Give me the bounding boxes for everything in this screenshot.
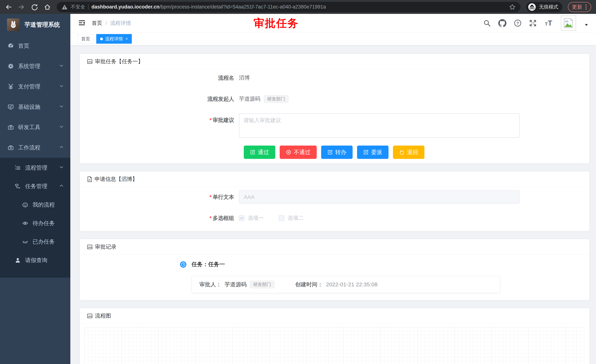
sidebar-item-label: 首页 (18, 42, 29, 50)
reload-icon[interactable] (31, 3, 38, 11)
forward-icon[interactable] (18, 3, 25, 11)
breadcrumb-home[interactable]: 首页 (92, 20, 102, 27)
avatar[interactable] (561, 15, 576, 31)
font-size-icon[interactable]: TT (544, 19, 553, 27)
checkbox-label: 选项一 (248, 214, 264, 222)
refresh-left-icon (399, 150, 404, 155)
search-icon[interactable] (483, 19, 491, 27)
chevron-down-icon (59, 165, 64, 171)
sidebar-item-label: 研发工具 (18, 124, 40, 131)
tab-process-detail[interactable]: 流程详情 × (96, 34, 132, 44)
workflow-submenu: 流程管理 任务管理 我的流程 待办任务 已办任务 请假 (0, 158, 70, 278)
topbar: 首页 / 流程详情 审批任务 ? TT (70, 14, 596, 32)
sidebar-item-label: 流程管理 (25, 164, 47, 172)
picture-icon (87, 244, 93, 250)
svg-text:?: ? (516, 21, 519, 26)
sidebar-item-home[interactable]: 首页 (0, 36, 70, 56)
clock-icon (180, 261, 187, 268)
checkbox-label: 选项二 (288, 214, 304, 222)
application-info-card: 申请信息【滔博】 *单行文本 *多选框组 选项一 (80, 171, 589, 231)
created-time: 2022-01-21 22:35:08 (326, 281, 378, 288)
approval-actions: 通过 不通过 转办 委派 (244, 146, 582, 159)
incognito-label: 无痕模式 (539, 4, 558, 10)
sidebar-item-label: 请假查询 (25, 256, 47, 264)
address-bar[interactable]: 不安全 dashboard.yudao.iocoder.cn/bpm/proce… (57, 2, 521, 12)
tags-view-bar: 首页 流程详情 × (70, 32, 596, 45)
logo-image (7, 19, 20, 31)
checkbox-group: 选项一 选项二 (239, 214, 304, 222)
return-button[interactable]: 退回 (393, 146, 425, 159)
breadcrumb-current: 流程详情 (110, 20, 131, 27)
sidebar-item-system[interactable]: 系统管理 (0, 56, 70, 76)
dept-tag: 研发部门 (250, 281, 275, 288)
card-header: 申请信息【滔博】 (80, 171, 589, 187)
home-icon[interactable] (44, 3, 51, 11)
approve-button[interactable]: 通过 (244, 146, 275, 159)
delegate-button[interactable]: 委派 (357, 146, 388, 159)
dashboard-icon (7, 43, 14, 49)
card-title: 审批记录 (95, 243, 116, 251)
sidebar-item-devtools[interactable]: 研发工具 (0, 117, 70, 138)
sidebar-item-my-process[interactable]: 我的流程 (0, 196, 70, 214)
sidebar-item-payment[interactable]: 支付管理 (0, 76, 70, 97)
menu-dots-icon[interactable] (585, 4, 587, 10)
sidebar-item-infra[interactable]: 基础设施 (0, 97, 70, 117)
breadcrumb: 首页 / 流程详情 (92, 20, 131, 27)
update-button[interactable]: 更新 (568, 2, 591, 12)
page-content: 审批任务【任务一】 流程名 滔博 流程发起人 芋道源码 研发部门 (70, 45, 596, 364)
check-icon (240, 216, 244, 220)
bpmn-canvas[interactable] (84, 327, 585, 364)
transfer-button[interactable]: 转办 (321, 146, 353, 159)
approval-record-card: 审批记录 任务：任务一 审批人： 芋道源码 研发部门 创建时间： 2022-01… (80, 239, 589, 300)
sidebar-item-process-mgmt[interactable]: 流程管理 (0, 159, 70, 177)
toolbox-icon (7, 124, 14, 130)
fullscreen-icon[interactable] (529, 19, 537, 27)
approver-value: 芋道源码 (224, 281, 247, 288)
sidebar-item-label: 已办任务 (33, 238, 55, 246)
required-asterisk: * (209, 215, 212, 221)
tab-home[interactable]: 首页 (77, 34, 94, 44)
github-icon[interactable] (498, 19, 507, 27)
sidebar-item-workflow[interactable]: 工作流程 (0, 138, 70, 158)
chevron-up-icon (59, 183, 64, 189)
back-icon[interactable] (5, 3, 12, 11)
chevron-up-icon (59, 145, 64, 151)
sidebar: 芋道管理系统 首页 系统管理 支付管理 基础设施 研发工具 (0, 14, 70, 364)
incognito-badge: 无痕模式 (526, 2, 562, 12)
eye-open-icon (22, 220, 29, 226)
sidebar-item-label: 系统管理 (18, 63, 40, 70)
close-icon[interactable]: × (126, 36, 128, 41)
update-label: 更新 (572, 4, 582, 11)
approval-comment-input[interactable] (239, 113, 520, 138)
chevron-down-icon (59, 63, 64, 70)
edit-icon (363, 150, 369, 155)
sidebar-item-label: 基础设施 (18, 103, 40, 111)
bookmark-star-icon[interactable] (509, 4, 516, 10)
app-logo[interactable]: 芋道管理系统 (0, 14, 70, 36)
document-icon (87, 176, 92, 182)
picture-icon (87, 313, 93, 319)
created-label: 创建时间： (295, 281, 323, 288)
sidebar-item-leave-query[interactable]: 请假查询 (0, 251, 70, 269)
caret-down-icon[interactable] (585, 24, 588, 27)
initiator-value: 芋道源码 (239, 95, 261, 103)
field-label: 流程发起人 (80, 92, 239, 106)
broken-image-icon (563, 18, 574, 29)
checkbox-option2[interactable] (279, 215, 284, 221)
sidebar-item-label: 工作流程 (18, 144, 40, 152)
checkbox-option1[interactable] (239, 215, 245, 221)
reject-button[interactable]: 不通过 (280, 146, 317, 159)
sidebar-collapse-icon[interactable] (78, 19, 86, 27)
sidebar-item-task-mgmt[interactable]: 任务管理 (0, 177, 70, 196)
help-icon[interactable]: ? (514, 19, 522, 27)
single-line-text-input[interactable] (239, 190, 520, 204)
gear-icon (7, 63, 14, 69)
sidebar-item-todo-tasks[interactable]: 待办任务 (0, 214, 70, 233)
edit-icon (328, 150, 333, 155)
sidebar-item-label: 任务管理 (25, 182, 47, 190)
card-header: 审批记录 (80, 239, 589, 255)
sidebar-item-done-tasks[interactable]: 已办任务 (0, 233, 70, 251)
field-label: *多选框组 (80, 211, 239, 225)
annotation-overlay: 审批任务 (253, 16, 299, 30)
field-label: *单行文本 (80, 190, 239, 204)
